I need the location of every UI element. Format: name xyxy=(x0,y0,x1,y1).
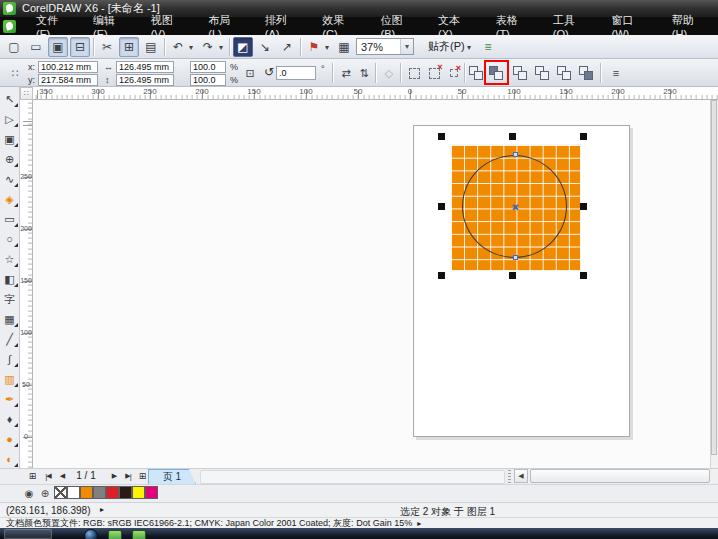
lock-ratio-button[interactable]: ⊡ xyxy=(240,63,260,83)
next-page-button[interactable]: ▶ xyxy=(108,469,121,483)
fill-tool[interactable]: ● xyxy=(2,431,18,447)
palette-options-icon[interactable]: ◉ xyxy=(22,486,36,500)
align-distribute-button[interactable]: ≡ xyxy=(606,63,626,83)
mirror-vertical-button[interactable]: ⇅ xyxy=(354,63,374,83)
welcome-screen-button[interactable]: ⚑ xyxy=(304,37,324,57)
snap-to-label[interactable]: 贴齐(P) xyxy=(428,39,465,54)
selection-handle[interactable] xyxy=(438,133,445,140)
convert-to-curves-button[interactable] xyxy=(404,63,424,83)
options-button[interactable]: ≡ xyxy=(478,37,498,57)
selection-handle[interactable] xyxy=(580,272,587,279)
object-width-field[interactable] xyxy=(116,61,174,73)
add-page-left-button[interactable]: ⊞ xyxy=(26,469,39,483)
zoom-level-value: 37% xyxy=(357,41,400,53)
first-page-button[interactable]: ◀ xyxy=(42,469,55,483)
object-height-field[interactable] xyxy=(116,74,174,86)
swatch-orange[interactable] xyxy=(80,486,93,499)
scale-horizontal-field[interactable] xyxy=(190,61,226,73)
front-minus-back-button[interactable] xyxy=(554,63,574,83)
undo-dropdown-icon[interactable]: ▾ xyxy=(186,37,196,57)
save-button[interactable]: ▣ xyxy=(48,37,68,57)
page-tab[interactable]: 页 1 xyxy=(148,469,196,484)
pan-zoom-tool[interactable]: ⊕ xyxy=(2,151,18,167)
selection-handle[interactable] xyxy=(438,272,445,279)
copy-button[interactable]: ⊞ xyxy=(119,37,139,57)
pick-tool[interactable]: ↖ xyxy=(2,91,18,107)
import-button[interactable]: ↘ xyxy=(255,37,275,57)
swatch-magenta[interactable] xyxy=(145,486,158,499)
dimension-tool[interactable]: ╱ xyxy=(2,331,18,347)
remove-nodes-button[interactable] xyxy=(424,63,444,83)
selection-handle[interactable] xyxy=(438,203,445,210)
y-position-field[interactable] xyxy=(38,74,98,86)
horizontal-ruler[interactable]: 350 300 250 200 150 100 50 0 50 100 150 … xyxy=(33,87,718,100)
add-page-right-button[interactable]: ⊞ xyxy=(136,469,149,483)
interactive-fill-tool[interactable]: ◐ xyxy=(2,451,18,467)
taskbar-icon-2[interactable] xyxy=(132,530,146,539)
new-document-button[interactable]: ▢ xyxy=(4,37,24,57)
ruler-origin-button[interactable]: ∷ xyxy=(20,87,33,100)
vertical-scrollbar-thumb[interactable] xyxy=(711,100,717,455)
start-button[interactable] xyxy=(84,529,98,539)
vruler-label: 150 xyxy=(20,277,32,284)
ellipse-tool[interactable]: ○ xyxy=(2,231,18,247)
open-button[interactable]: ▭ xyxy=(26,37,46,57)
zoom-dropdown-icon[interactable]: ▾ xyxy=(400,39,413,54)
vertical-ruler[interactable]: 250 200 150 100 50 0 xyxy=(20,100,33,468)
x-position-field[interactable] xyxy=(38,61,98,73)
crop-tool[interactable]: ▣ xyxy=(2,131,18,147)
scale-vertical-field[interactable] xyxy=(190,74,226,86)
swatch-black[interactable] xyxy=(119,486,132,499)
rotation-angle-field[interactable] xyxy=(276,66,316,80)
swatch-red[interactable] xyxy=(106,486,119,499)
undo-button[interactable]: ↶ xyxy=(168,37,188,57)
rectangle-tool[interactable]: ▭ xyxy=(2,211,18,227)
redo-button[interactable]: ↷ xyxy=(198,37,218,57)
eyedropper-tool[interactable]: ✒ xyxy=(2,391,18,407)
freehand-tool[interactable]: ∿ xyxy=(2,171,18,187)
simplify-button[interactable] xyxy=(532,63,552,83)
taskbar-icon-1[interactable] xyxy=(108,530,122,539)
blend-tool[interactable]: ▥ xyxy=(2,371,18,387)
snap-dropdown-icon[interactable]: ▾ xyxy=(464,37,474,57)
intersect-button[interactable] xyxy=(510,63,530,83)
horizontal-scrollbar-thumb[interactable] xyxy=(530,469,710,483)
coords-expand-icon[interactable]: ▸ xyxy=(100,505,104,514)
swatch-white[interactable] xyxy=(67,486,80,499)
table-tool[interactable]: ▦ xyxy=(2,311,18,327)
selection-handle[interactable] xyxy=(580,203,587,210)
connector-tool[interactable]: ∫ xyxy=(2,351,18,367)
reduce-nodes-button[interactable] xyxy=(444,63,464,83)
paste-button[interactable]: ▤ xyxy=(141,37,161,57)
back-minus-front-button[interactable] xyxy=(576,63,596,83)
search-content-button[interactable]: ◩ xyxy=(233,37,253,57)
export-button[interactable]: ↗ xyxy=(277,37,297,57)
print-button[interactable]: ⊟ xyxy=(70,37,90,57)
view-navigator-button[interactable]: ▦ xyxy=(334,37,354,57)
selection-handle[interactable] xyxy=(509,272,516,279)
welcome-dropdown-icon[interactable]: ▾ xyxy=(322,37,332,57)
cut-button[interactable]: ✂ xyxy=(97,37,117,57)
redo-dropdown-icon[interactable]: ▾ xyxy=(216,37,226,57)
palette-eyedropper-icon[interactable]: ⊕ xyxy=(38,486,52,500)
profile-expand-icon[interactable]: ▸ xyxy=(417,519,421,528)
basic-shapes-tool[interactable]: ◧ xyxy=(2,271,18,287)
weld-button[interactable] xyxy=(466,63,486,83)
text-tool[interactable]: 字 xyxy=(2,291,18,307)
selection-handle[interactable] xyxy=(509,133,516,140)
shape-tool[interactable]: ▷ xyxy=(2,111,18,127)
polygon-tool[interactable]: ☆ xyxy=(2,251,18,267)
taskbar-app-button[interactable] xyxy=(4,529,52,539)
zoom-level-combobox[interactable]: 37% ▾ xyxy=(356,38,414,55)
scrollbar-splitter[interactable] xyxy=(508,470,511,484)
hruler-label: 100 xyxy=(504,87,524,96)
last-page-button[interactable]: ▶ xyxy=(122,469,135,483)
smart-fill-tool[interactable]: ◈ xyxy=(2,191,18,207)
mirror-horizontal-button[interactable]: ⇄ xyxy=(336,63,356,83)
selection-handle[interactable] xyxy=(580,133,587,140)
swatch-no-color[interactable] xyxy=(54,486,67,499)
swatch-yellow[interactable] xyxy=(132,486,145,499)
outline-pen-tool[interactable]: ♦ xyxy=(2,411,18,427)
swatch-gray[interactable] xyxy=(93,486,106,499)
scroll-left-button[interactable]: ◀ xyxy=(514,469,528,483)
